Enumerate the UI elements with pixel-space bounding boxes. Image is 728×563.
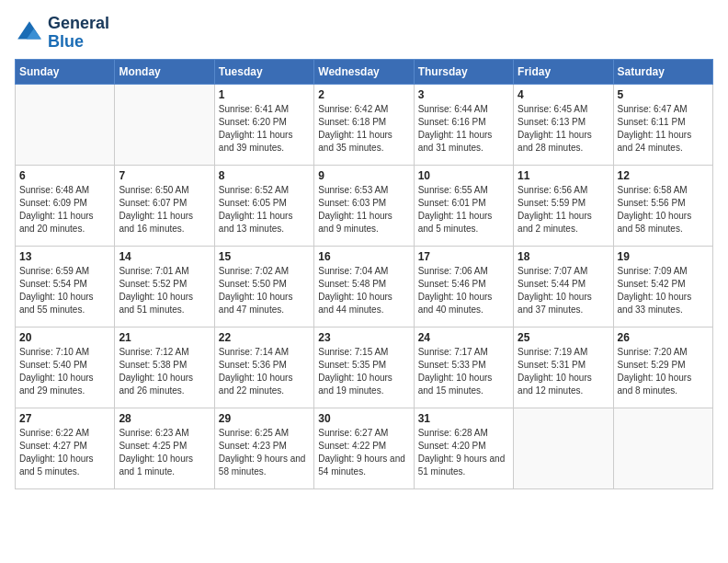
calendar-cell: 27Sunrise: 6:22 AM Sunset: 4:27 PM Dayli…	[16, 408, 115, 488]
cell-info: Sunrise: 7:09 AM Sunset: 5:42 PM Dayligh…	[618, 265, 709, 316]
day-number: 16	[318, 250, 409, 263]
calendar-week-3: 13Sunrise: 6:59 AM Sunset: 5:54 PM Dayli…	[16, 246, 713, 327]
cell-info: Sunrise: 6:27 AM Sunset: 4:22 PM Dayligh…	[318, 427, 409, 478]
calendar-cell: 13Sunrise: 6:59 AM Sunset: 5:54 PM Dayli…	[16, 246, 115, 327]
calendar-cell: 15Sunrise: 7:02 AM Sunset: 5:50 PM Dayli…	[214, 246, 313, 327]
calendar-cell	[115, 84, 214, 165]
calendar-cell: 30Sunrise: 6:27 AM Sunset: 4:22 PM Dayli…	[314, 408, 414, 488]
day-number: 13	[19, 250, 110, 263]
day-number: 17	[418, 250, 509, 263]
day-number: 7	[119, 169, 210, 182]
day-number: 22	[219, 331, 310, 344]
cell-info: Sunrise: 7:15 AM Sunset: 5:35 PM Dayligh…	[318, 346, 409, 397]
day-number: 8	[219, 169, 310, 182]
calendar-cell: 11Sunrise: 6:56 AM Sunset: 5:59 PM Dayli…	[514, 165, 613, 246]
calendar-cell: 12Sunrise: 6:58 AM Sunset: 5:56 PM Dayli…	[613, 165, 712, 246]
day-number: 18	[518, 250, 609, 263]
calendar-cell: 14Sunrise: 7:01 AM Sunset: 5:52 PM Dayli…	[115, 246, 214, 327]
calendar-cell: 21Sunrise: 7:12 AM Sunset: 5:38 PM Dayli…	[115, 327, 214, 408]
day-number: 3	[418, 88, 509, 101]
cell-info: Sunrise: 6:25 AM Sunset: 4:23 PM Dayligh…	[219, 427, 310, 478]
cell-info: Sunrise: 6:28 AM Sunset: 4:20 PM Dayligh…	[418, 427, 509, 478]
col-header-thursday: Thursday	[414, 59, 513, 84]
day-number: 9	[318, 169, 409, 182]
day-number: 1	[219, 88, 310, 101]
day-number: 4	[518, 88, 609, 101]
cell-info: Sunrise: 6:22 AM Sunset: 4:27 PM Dayligh…	[19, 427, 110, 478]
day-number: 2	[318, 88, 409, 101]
calendar-cell: 3Sunrise: 6:44 AM Sunset: 6:16 PM Daylig…	[414, 84, 513, 165]
cell-info: Sunrise: 6:48 AM Sunset: 6:09 PM Dayligh…	[19, 184, 110, 236]
cell-info: Sunrise: 7:01 AM Sunset: 5:52 PM Dayligh…	[119, 265, 210, 316]
col-header-sunday: Sunday	[16, 59, 115, 84]
calendar-table: SundayMondayTuesdayWednesdayThursdayFrid…	[15, 59, 713, 489]
cell-info: Sunrise: 7:12 AM Sunset: 5:38 PM Dayligh…	[119, 346, 210, 397]
day-number: 26	[618, 331, 709, 344]
cell-info: Sunrise: 6:41 AM Sunset: 6:20 PM Dayligh…	[219, 103, 310, 155]
cell-info: Sunrise: 6:44 AM Sunset: 6:16 PM Dayligh…	[418, 103, 509, 155]
calendar-cell: 2Sunrise: 6:42 AM Sunset: 6:18 PM Daylig…	[314, 84, 414, 165]
cell-info: Sunrise: 7:10 AM Sunset: 5:40 PM Dayligh…	[19, 346, 110, 397]
calendar-header-row: SundayMondayTuesdayWednesdayThursdayFrid…	[16, 59, 713, 84]
cell-info: Sunrise: 6:53 AM Sunset: 6:03 PM Dayligh…	[318, 184, 409, 236]
calendar-cell	[613, 408, 712, 488]
day-number: 20	[19, 331, 110, 344]
calendar-cell: 17Sunrise: 7:06 AM Sunset: 5:46 PM Dayli…	[414, 246, 513, 327]
col-header-monday: Monday	[115, 59, 214, 84]
calendar-cell: 19Sunrise: 7:09 AM Sunset: 5:42 PM Dayli…	[613, 246, 712, 327]
day-number: 30	[318, 412, 409, 425]
cell-info: Sunrise: 6:59 AM Sunset: 5:54 PM Dayligh…	[19, 265, 110, 316]
calendar-week-1: 1Sunrise: 6:41 AM Sunset: 6:20 PM Daylig…	[16, 84, 713, 165]
cell-info: Sunrise: 6:58 AM Sunset: 5:56 PM Dayligh…	[618, 184, 709, 236]
day-number: 15	[219, 250, 310, 263]
day-number: 28	[119, 412, 210, 425]
day-number: 11	[518, 169, 609, 182]
cell-info: Sunrise: 6:56 AM Sunset: 5:59 PM Dayligh…	[518, 184, 609, 236]
page-header: General Blue	[15, 15, 713, 52]
day-number: 14	[119, 250, 210, 263]
day-number: 31	[418, 412, 509, 425]
day-number: 6	[19, 169, 110, 182]
cell-info: Sunrise: 6:47 AM Sunset: 6:11 PM Dayligh…	[618, 103, 709, 155]
calendar-cell: 25Sunrise: 7:19 AM Sunset: 5:31 PM Dayli…	[514, 327, 613, 408]
day-number: 24	[418, 331, 509, 344]
logo-text: General Blue	[48, 15, 109, 52]
calendar-cell: 29Sunrise: 6:25 AM Sunset: 4:23 PM Dayli…	[214, 408, 313, 488]
col-header-friday: Friday	[514, 59, 613, 84]
cell-info: Sunrise: 6:50 AM Sunset: 6:07 PM Dayligh…	[119, 184, 210, 236]
cell-info: Sunrise: 7:06 AM Sunset: 5:46 PM Dayligh…	[418, 265, 509, 316]
calendar-week-4: 20Sunrise: 7:10 AM Sunset: 5:40 PM Dayli…	[16, 327, 713, 408]
calendar-cell: 31Sunrise: 6:28 AM Sunset: 4:20 PM Dayli…	[414, 408, 513, 488]
cell-info: Sunrise: 6:52 AM Sunset: 6:05 PM Dayligh…	[219, 184, 310, 236]
calendar-week-5: 27Sunrise: 6:22 AM Sunset: 4:27 PM Dayli…	[16, 408, 713, 488]
col-header-tuesday: Tuesday	[214, 59, 313, 84]
calendar-cell	[514, 408, 613, 488]
calendar-cell: 10Sunrise: 6:55 AM Sunset: 6:01 PM Dayli…	[414, 165, 513, 246]
calendar-cell: 18Sunrise: 7:07 AM Sunset: 5:44 PM Dayli…	[514, 246, 613, 327]
calendar-cell: 1Sunrise: 6:41 AM Sunset: 6:20 PM Daylig…	[214, 84, 313, 165]
cell-info: Sunrise: 7:20 AM Sunset: 5:29 PM Dayligh…	[618, 346, 709, 397]
cell-info: Sunrise: 6:45 AM Sunset: 6:13 PM Dayligh…	[518, 103, 609, 155]
calendar-cell: 26Sunrise: 7:20 AM Sunset: 5:29 PM Dayli…	[613, 327, 712, 408]
day-number: 5	[618, 88, 709, 101]
logo-icon	[15, 18, 44, 48]
day-number: 12	[618, 169, 709, 182]
cell-info: Sunrise: 7:04 AM Sunset: 5:48 PM Dayligh…	[318, 265, 409, 316]
logo: General Blue	[15, 15, 109, 52]
calendar-cell: 6Sunrise: 6:48 AM Sunset: 6:09 PM Daylig…	[16, 165, 115, 246]
col-header-wednesday: Wednesday	[314, 59, 414, 84]
cell-info: Sunrise: 7:07 AM Sunset: 5:44 PM Dayligh…	[518, 265, 609, 316]
cell-info: Sunrise: 6:42 AM Sunset: 6:18 PM Dayligh…	[318, 103, 409, 155]
day-number: 29	[219, 412, 310, 425]
calendar-cell: 23Sunrise: 7:15 AM Sunset: 5:35 PM Dayli…	[314, 327, 414, 408]
calendar-cell: 28Sunrise: 6:23 AM Sunset: 4:25 PM Dayli…	[115, 408, 214, 488]
day-number: 27	[19, 412, 110, 425]
cell-info: Sunrise: 6:55 AM Sunset: 6:01 PM Dayligh…	[418, 184, 509, 236]
day-number: 19	[618, 250, 709, 263]
day-number: 25	[518, 331, 609, 344]
calendar-cell: 4Sunrise: 6:45 AM Sunset: 6:13 PM Daylig…	[514, 84, 613, 165]
calendar-cell: 16Sunrise: 7:04 AM Sunset: 5:48 PM Dayli…	[314, 246, 414, 327]
day-number: 23	[318, 331, 409, 344]
cell-info: Sunrise: 7:14 AM Sunset: 5:36 PM Dayligh…	[219, 346, 310, 397]
calendar-cell: 9Sunrise: 6:53 AM Sunset: 6:03 PM Daylig…	[314, 165, 414, 246]
